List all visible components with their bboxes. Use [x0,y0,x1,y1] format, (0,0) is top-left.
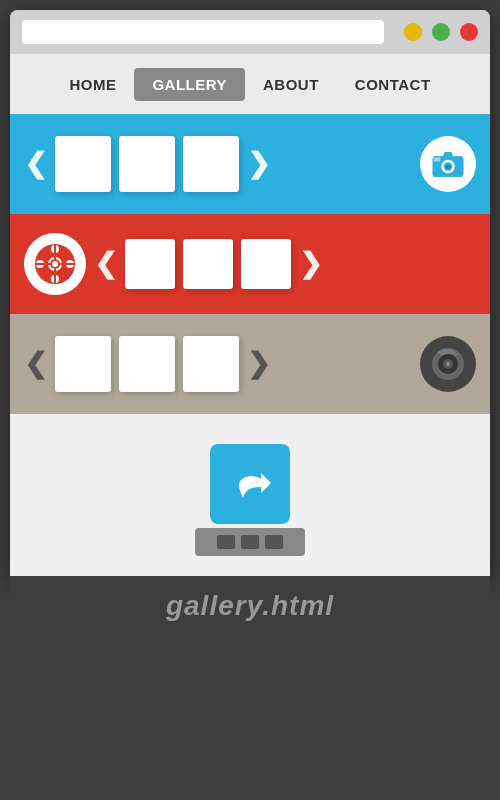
url-bar: gallery.html [10,576,490,636]
minimize-button[interactable] [404,23,422,41]
maximize-button[interactable] [432,23,450,41]
share-bar-dot-3 [265,535,283,549]
svg-rect-5 [434,157,441,161]
svg-point-4 [445,164,450,169]
music-thumb-3[interactable] [183,336,239,392]
photo-thumb-3[interactable] [183,136,239,192]
svg-point-14 [52,261,58,267]
film-thumb-3[interactable] [241,239,291,289]
navbar: HOME GALLERY ABOUT CONTACT [10,54,490,114]
film-thumb-2[interactable] [183,239,233,289]
photo-thumb-2[interactable] [119,136,175,192]
url-text: gallery.html [166,590,334,622]
close-button[interactable] [460,23,478,41]
music-prev-arrow[interactable]: ❮ [24,350,47,378]
svg-point-23 [446,362,450,366]
share-icon [229,463,271,505]
nav-about[interactable]: ABOUT [245,68,337,101]
photos-prev-arrow[interactable]: ❮ [24,150,47,178]
music-next-arrow[interactable]: ❯ [247,350,270,378]
share-bar-dot-1 [217,535,235,549]
film-prev-arrow[interactable]: ❮ [94,250,117,278]
film-next-arrow[interactable]: ❯ [299,250,322,278]
photo-thumb-1[interactable] [55,136,111,192]
music-thumb-1[interactable] [55,336,111,392]
share-section [10,414,490,576]
nav-contact[interactable]: CONTACT [337,68,449,101]
disc-icon [420,336,476,392]
camera-svg [431,147,465,181]
share-button[interactable] [210,444,290,524]
film-reel-icon [24,233,86,295]
music-thumb-2[interactable] [119,336,175,392]
photos-next-arrow[interactable]: ❯ [247,150,270,178]
music-section: ❮ ❯ [10,314,490,414]
address-bar[interactable] [22,20,384,44]
nav-home[interactable]: HOME [51,68,134,101]
film-thumb-1[interactable] [125,239,175,289]
photos-section: ❮ ❯ [10,114,490,214]
camera-icon [420,136,476,192]
share-bar [195,528,305,556]
browser-titlebar [10,10,490,54]
share-bar-dot-2 [241,535,259,549]
film-section: ❮ ❯ [10,214,490,314]
browser-window: HOME GALLERY ABOUT CONTACT ❮ ❯ [10,10,490,576]
nav-gallery[interactable]: GALLERY [134,68,245,101]
